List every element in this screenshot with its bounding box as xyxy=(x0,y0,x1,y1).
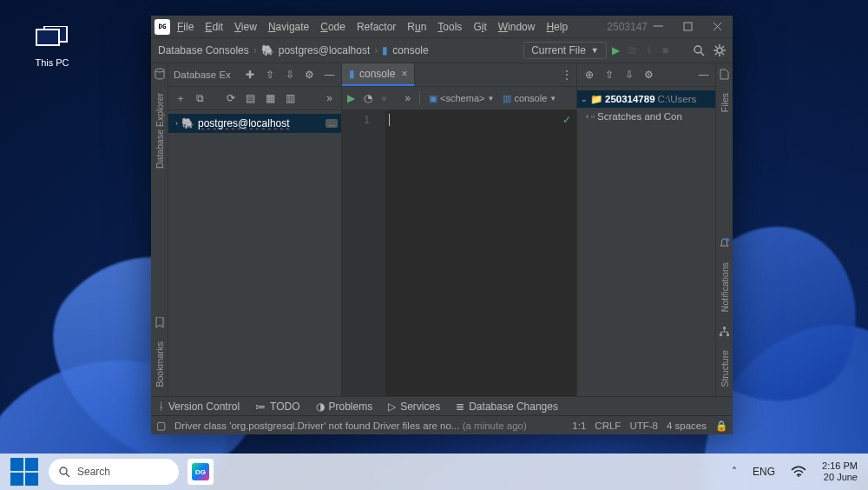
svg-line-17 xyxy=(715,46,717,48)
bookmarks-label[interactable]: Bookmarks xyxy=(155,341,165,387)
status-message[interactable]: Driver class 'org.postgresql.Driver' not… xyxy=(174,420,463,431)
notifications-icon[interactable] xyxy=(718,236,732,250)
menu-refactor[interactable]: Refactor xyxy=(357,21,396,33)
svg-point-28 xyxy=(798,475,799,477)
database-explorer-panel: Database Ex ✚ ⇧ ⇩ ⚙ — ＋ ⧉ ⟳ ▤ ▦ ▥ » › xyxy=(168,63,342,396)
breadcrumb-db[interactable]: postgres@localhost xyxy=(279,44,371,56)
menu-run[interactable]: Run xyxy=(407,21,426,33)
file-encoding[interactable]: UTF-8 xyxy=(629,420,658,431)
menu-edit[interactable]: Edit xyxy=(205,21,223,33)
caret-position[interactable]: 1:1 xyxy=(572,420,586,431)
todo-tool[interactable]: ≔TODO xyxy=(255,401,299,413)
more-dots[interactable]: ... xyxy=(326,119,338,128)
wifi-icon[interactable] xyxy=(791,466,806,478)
svg-point-21 xyxy=(155,69,164,72)
console-icon: ▥ xyxy=(503,93,511,104)
svg-rect-7 xyxy=(684,23,692,30)
menu-navigate[interactable]: Navigate xyxy=(268,21,309,33)
tray-chevron-icon[interactable]: ˄ xyxy=(732,466,737,478)
run-configuration[interactable]: Current File ▼ xyxy=(523,42,607,59)
window-close[interactable] xyxy=(712,22,722,32)
menu-file[interactable]: File xyxy=(177,21,194,33)
tray-language[interactable]: ENG xyxy=(753,466,775,478)
files-label[interactable]: Files xyxy=(720,93,730,112)
code-editor[interactable]: 1 ✓ xyxy=(342,110,576,396)
line-separator[interactable]: CRLF xyxy=(595,420,621,431)
add-datasource-icon[interactable]: ✚ xyxy=(243,69,256,82)
svg-rect-4 xyxy=(36,30,59,45)
tray-clock[interactable]: 2:16 PM 20 June xyxy=(822,460,858,482)
schema-picker[interactable]: ▣<schema>▼ xyxy=(429,93,494,104)
database-explorer-label[interactable]: Database Explorer xyxy=(155,93,165,169)
panel-minimize-icon[interactable]: — xyxy=(697,69,710,82)
tree-row-postgres[interactable]: › 🐘 postgres@localhost ... xyxy=(168,114,341,133)
services-tool[interactable]: ▷Services xyxy=(388,401,440,413)
start-button[interactable] xyxy=(10,458,38,486)
close-tab-icon[interactable]: × xyxy=(401,68,407,80)
expand-icon[interactable]: ⇩ xyxy=(283,69,296,82)
tabs-more-icon[interactable]: ⋮ xyxy=(557,63,576,86)
stop-introspection-icon[interactable]: ▤ xyxy=(244,92,257,105)
breadcrumb-console[interactable]: console xyxy=(392,44,428,56)
no-problems-icon[interactable]: ✓ xyxy=(562,114,571,126)
taskbar-icon-datagrip[interactable]: DG xyxy=(187,459,214,485)
taskbar-search[interactable]: Search xyxy=(49,459,179,485)
expand-icon[interactable]: ⇩ xyxy=(622,69,635,82)
duplicate-icon[interactable]: ⧉ xyxy=(194,92,207,105)
collapse-icon[interactable]: ⇧ xyxy=(602,69,615,82)
problems-tool[interactable]: ◑Problems xyxy=(316,401,373,413)
titlebar: DG File Edit View Navigate Code Refactor… xyxy=(151,16,733,38)
more-actions-icon[interactable]: » xyxy=(404,92,411,104)
lock-icon[interactable]: 🔒 xyxy=(715,420,727,432)
project-name: 250314789 xyxy=(605,94,655,104)
notifications-label[interactable]: Notifications xyxy=(720,262,730,312)
search-everywhere-icon[interactable] xyxy=(693,44,705,56)
ide-window: DG File Edit View Navigate Code Refactor… xyxy=(151,16,733,434)
menu-git[interactable]: Git xyxy=(473,21,486,33)
structure-icon[interactable] xyxy=(718,324,732,338)
view-icon[interactable]: ▥ xyxy=(284,92,297,105)
execute-button[interactable]: ▶ xyxy=(347,92,355,104)
indent-info[interactable]: 4 spaces xyxy=(667,420,707,431)
more-icon[interactable]: » xyxy=(323,92,336,105)
debug-button[interactable]: ⧉ xyxy=(628,44,636,56)
settings-icon[interactable] xyxy=(713,44,726,56)
panel-minimize-icon[interactable]: — xyxy=(323,69,336,82)
window-maximize[interactable] xyxy=(682,22,693,32)
desktop-icon-this-pc[interactable]: This PC xyxy=(26,26,78,68)
tree-row-project[interactable]: ⌄ 📁 250314789 C:\Users xyxy=(577,90,715,108)
menu-help[interactable]: Help xyxy=(546,21,568,33)
new-icon[interactable]: ＋ xyxy=(174,92,187,105)
history-icon[interactable]: ◔ xyxy=(364,92,372,104)
run-coverage-button[interactable]: ⤹ xyxy=(645,44,654,56)
console-picker[interactable]: ▥console▼ xyxy=(503,93,556,104)
database-explorer-tool-icon[interactable] xyxy=(153,67,167,81)
tab-console[interactable]: ▮ console × xyxy=(342,63,415,86)
breadcrumb-root[interactable]: Database Consoles xyxy=(158,44,249,56)
stop-button[interactable]: ■ xyxy=(662,44,668,56)
menu-view[interactable]: View xyxy=(234,21,257,33)
window-minimize[interactable] xyxy=(653,22,663,32)
run-button[interactable]: ▶ xyxy=(612,44,620,56)
menu-tools[interactable]: Tools xyxy=(437,21,462,33)
layout-icon[interactable]: ▢ xyxy=(156,420,166,432)
structure-label[interactable]: Structure xyxy=(720,350,730,387)
cube-icon: ▣ xyxy=(429,93,437,104)
select-opened-file-icon[interactable]: ⊕ xyxy=(582,69,595,82)
chevron-right-icon: › xyxy=(175,119,178,128)
menu-code[interactable]: Code xyxy=(320,21,345,33)
version-control-tool[interactable]: ᚿVersion Control xyxy=(158,401,240,413)
svg-rect-24 xyxy=(720,334,722,336)
bookmarks-icon[interactable] xyxy=(153,315,167,329)
filter-icon[interactable]: ▦ xyxy=(264,92,277,105)
panel-settings-icon[interactable]: ⚙ xyxy=(303,69,316,82)
monitor-icon xyxy=(36,26,69,52)
files-tool-icon[interactable] xyxy=(718,67,732,81)
refresh-icon[interactable]: ⟳ xyxy=(224,92,237,105)
panel-settings-icon[interactable]: ⚙ xyxy=(642,69,655,82)
database-changes-tool[interactable]: ≣Database Changes xyxy=(456,401,558,413)
menu-window[interactable]: Window xyxy=(498,21,536,33)
svg-point-26 xyxy=(60,467,67,474)
collapse-icon[interactable]: ⇧ xyxy=(263,69,276,82)
tree-row-scratches[interactable]: › ▫ Scratches and Con xyxy=(577,108,715,125)
